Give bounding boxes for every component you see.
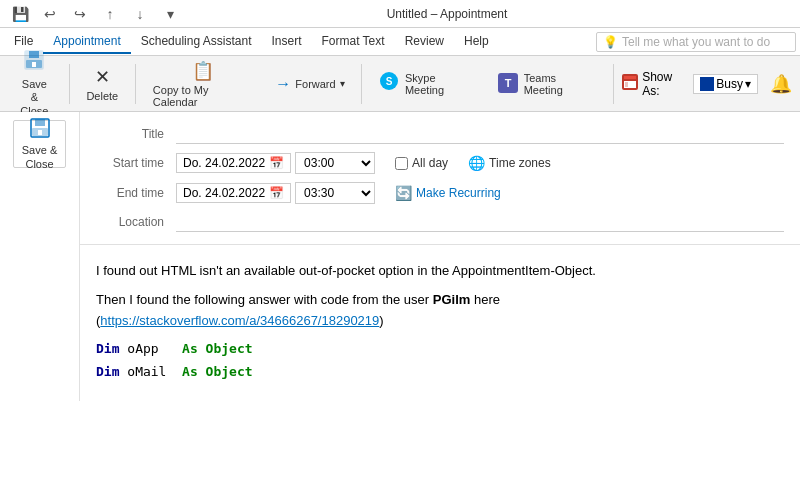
- code-as-1: As: [182, 341, 198, 356]
- ribbon: Save & Close ✕ Delete 📋 Copy to My Calen…: [0, 56, 800, 112]
- form-area: Title Start time Do. 24.02.2022 📅 03:00 …: [80, 112, 800, 245]
- end-datetime: Do. 24.02.2022 📅 03:30 04:00 04:30 🔄 Mak…: [176, 182, 501, 204]
- menu-bar: File Appointment Scheduling Assistant In…: [0, 28, 800, 56]
- teams-label: Teams Meeting: [524, 72, 597, 96]
- teams-meeting-button[interactable]: T Teams Meeting: [489, 60, 606, 108]
- title-row: Title: [96, 120, 784, 148]
- end-time-row: End time Do. 24.02.2022 📅 03:30 04:00 04…: [96, 178, 784, 208]
- main-content: Save & Close Title Start time Do. 24.02.…: [0, 112, 800, 401]
- recurring-icon: 🔄: [395, 185, 412, 201]
- start-time-select[interactable]: 03:00 03:30 04:00: [295, 152, 375, 174]
- save-icon[interactable]: 💾: [8, 2, 32, 26]
- save-close-button-panel[interactable]: Save & Close: [13, 120, 66, 168]
- search-placeholder: Tell me what you want to do: [622, 35, 770, 49]
- svg-rect-9: [624, 76, 636, 79]
- delete-button[interactable]: ✕ Delete: [78, 60, 127, 108]
- save-close-panel-label: Save & Close: [22, 143, 57, 172]
- search-bar[interactable]: 💡 Tell me what you want to do: [596, 32, 796, 52]
- forward-button[interactable]: → Forward ▾: [267, 60, 353, 108]
- start-label: Start time: [96, 156, 176, 170]
- window-title: Untitled – Appointment: [387, 7, 508, 21]
- menu-insert[interactable]: Insert: [261, 30, 311, 54]
- code-as-2: As: [182, 364, 198, 379]
- undo-button[interactable]: ↩: [38, 2, 62, 26]
- content-line1: I found out HTML isn't an available out-…: [96, 261, 784, 282]
- make-recurring-button[interactable]: 🔄 Make Recurring: [395, 185, 501, 201]
- end-time-select[interactable]: 03:30 04:00 04:30: [295, 182, 375, 204]
- start-datetime: Do. 24.02.2022 📅 03:00 03:30 04:00 All d…: [176, 152, 551, 174]
- up-button[interactable]: ↑: [98, 2, 122, 26]
- content-line2: Then I found the following answer with c…: [96, 290, 784, 332]
- separator-4: [613, 64, 614, 104]
- svg-rect-11: [625, 82, 628, 87]
- stackoverflow-link[interactable]: https://stackoverflow.com/a/34666267/182…: [100, 313, 379, 328]
- location-label: Location: [96, 215, 176, 229]
- code-block: Dim oApp As Object Dim oMail As Object: [96, 339, 784, 383]
- all-day-text: All day: [412, 156, 448, 170]
- bell-icon: 🔔: [770, 74, 792, 94]
- timezone-button[interactable]: 🌐 Time zones: [468, 155, 551, 171]
- code-line-2: Dim oMail As Object: [96, 362, 784, 383]
- location-input[interactable]: [176, 213, 784, 232]
- redo-button[interactable]: ↪: [68, 2, 92, 26]
- svg-text:S: S: [386, 76, 393, 87]
- code-dim-2: Dim: [96, 364, 119, 379]
- menu-format[interactable]: Format Text: [312, 30, 395, 54]
- code-type-1: Object: [206, 341, 253, 356]
- all-day-label: All day: [395, 156, 448, 170]
- left-panel: Save & Close: [0, 112, 80, 401]
- code-type-2: Object: [206, 364, 253, 379]
- timezone-label: Time zones: [489, 156, 551, 170]
- calendar-icon: 📅: [269, 156, 284, 170]
- separator-1: [69, 64, 70, 104]
- menu-help[interactable]: Help: [454, 30, 499, 54]
- copy-calendar-icon: 📋: [192, 60, 214, 82]
- save-close-panel-icon: [29, 117, 51, 141]
- end-date-picker[interactable]: Do. 24.02.2022 📅: [176, 183, 291, 203]
- code-line-1: Dim oApp As Object: [96, 339, 784, 360]
- save-close-button[interactable]: Save & Close: [8, 60, 61, 108]
- show-as-label: Show As:: [642, 70, 689, 98]
- busy-color-indicator: [700, 77, 714, 91]
- save-close-icon: [23, 49, 45, 76]
- make-recurring-label: Make Recurring: [416, 186, 501, 200]
- menu-review[interactable]: Review: [395, 30, 454, 54]
- code-var-1: oApp: [127, 341, 158, 356]
- end-date-value: Do. 24.02.2022: [183, 186, 265, 200]
- copy-calendar-label: Copy to My Calendar: [153, 84, 254, 108]
- busy-label: Busy: [716, 77, 743, 91]
- menu-appointment[interactable]: Appointment: [43, 30, 130, 54]
- start-date-value: Do. 24.02.2022: [183, 156, 265, 170]
- title-input[interactable]: [176, 125, 784, 144]
- forward-icon: →: [275, 75, 291, 93]
- down-button[interactable]: ↓: [128, 2, 152, 26]
- copy-calendar-button[interactable]: 📋 Copy to My Calendar: [144, 60, 263, 108]
- bell-button[interactable]: 🔔: [770, 73, 792, 95]
- timezone-icon: 🌐: [468, 155, 485, 171]
- lightbulb-icon: 💡: [603, 35, 618, 49]
- start-date-picker[interactable]: Do. 24.02.2022 📅: [176, 153, 291, 173]
- skype-icon: S: [379, 71, 399, 96]
- busy-dropdown-icon: ▾: [745, 77, 751, 91]
- more-button[interactable]: ▾: [158, 2, 182, 26]
- skype-meeting-button[interactable]: S Skype Meeting: [370, 60, 485, 108]
- all-day-checkbox[interactable]: [395, 157, 408, 170]
- svg-rect-3: [32, 62, 36, 67]
- show-as-group: Show As: Busy ▾: [622, 70, 758, 98]
- skype-label: Skype Meeting: [405, 72, 476, 96]
- svg-rect-1: [29, 51, 39, 58]
- show-as-dropdown[interactable]: Busy ▾: [693, 74, 758, 94]
- forward-dropdown-icon[interactable]: ▾: [340, 78, 345, 89]
- content-area: I found out HTML isn't an available out-…: [80, 245, 800, 401]
- menu-scheduling[interactable]: Scheduling Assistant: [131, 30, 262, 54]
- title-bar: 💾 ↩ ↪ ↑ ↓ ▾ Untitled – Appointment: [0, 0, 800, 28]
- end-label: End time: [96, 186, 176, 200]
- delete-label: Delete: [86, 90, 118, 102]
- content-line2-suffix: ): [379, 313, 383, 328]
- location-row: Location: [96, 208, 784, 236]
- show-as-icon: [622, 74, 638, 93]
- calendar-icon-end: 📅: [269, 186, 284, 200]
- code-dim-1: Dim: [96, 341, 119, 356]
- svg-text:T: T: [504, 77, 511, 89]
- start-time-row: Start time Do. 24.02.2022 📅 03:00 03:30 …: [96, 148, 784, 178]
